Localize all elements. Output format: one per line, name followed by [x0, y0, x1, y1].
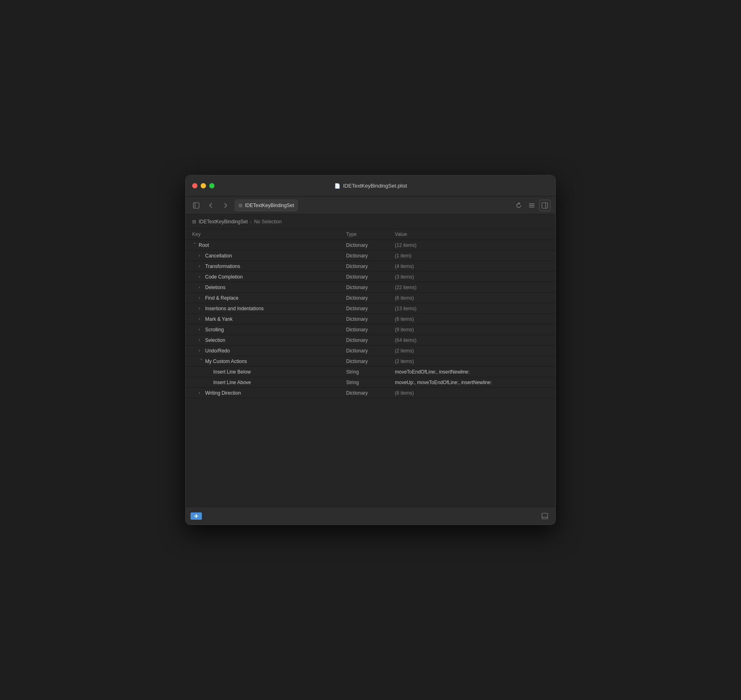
expand-arrow[interactable]: ›	[199, 391, 204, 395]
row-key-label: Cancellation	[205, 253, 232, 259]
table-row[interactable]: Insert Line Below String moveToEndOfLine…	[186, 367, 555, 377]
row-key-label: Insertions and Indentations	[205, 306, 264, 311]
row-key-label: Insert Line Above	[213, 380, 251, 385]
table-header: Key Type Value	[186, 229, 555, 240]
table-row[interactable]: › Deletions Dictionary (22 items)	[186, 282, 555, 293]
collapse-arrow[interactable]: ›	[199, 359, 204, 364]
table-row[interactable]: › Undo/Redo Dictionary (2 items)	[186, 346, 555, 356]
row-value-deletions: (22 items)	[395, 285, 549, 290]
expand-arrow[interactable]: ›	[199, 296, 204, 300]
table-row[interactable]: › Root Dictionary (12 items)	[186, 240, 555, 251]
row-type-deletions: Dictionary	[346, 285, 395, 290]
row-type-transformations: Dictionary	[346, 264, 395, 269]
bottom-right	[539, 510, 550, 522]
expand-arrow[interactable]: ›	[199, 338, 204, 342]
table-row[interactable]: › Scrolling Dictionary (9 items)	[186, 324, 555, 335]
expand-arrow[interactable]: ›	[199, 285, 204, 290]
window: 📄 IDETextKeyBindingSet.plist ⊞ IDETextKe…	[185, 175, 556, 525]
row-type-scrolling: Dictionary	[346, 327, 395, 333]
expand-arrow[interactable]: ›	[199, 306, 204, 311]
traffic-lights	[192, 183, 214, 188]
breadcrumb-separator: ›	[250, 219, 252, 224]
minimize-button[interactable]	[201, 183, 206, 188]
list-view-button[interactable]	[526, 200, 537, 211]
row-key-mark-yank: › Mark & Yank	[192, 316, 346, 322]
file-tab[interactable]: ⊞ IDETextKeyBindingSet	[234, 199, 298, 212]
table-row[interactable]: › Writing Direction Dictionary (6 items)	[186, 388, 555, 398]
row-key-root: › Root	[192, 242, 346, 248]
toolbar-right	[513, 200, 550, 211]
expand-arrow[interactable]: ›	[199, 253, 204, 258]
svg-rect-8	[194, 516, 198, 516]
breadcrumb-current: No Selection	[254, 219, 282, 225]
svg-rect-0	[193, 203, 199, 208]
sidebar-toggle-button[interactable]	[191, 200, 202, 211]
row-type-find-replace: Dictionary	[346, 295, 395, 301]
col-header-type: Type	[346, 231, 395, 237]
svg-rect-9	[542, 513, 548, 519]
table-row[interactable]: › Transformations Dictionary (4 items)	[186, 261, 555, 272]
row-key-deletions: › Deletions	[192, 285, 346, 290]
row-value-insertions: (13 items)	[395, 306, 549, 311]
expand-arrow[interactable]: ›	[199, 348, 204, 353]
breadcrumb-icon: ⊞	[192, 219, 196, 225]
add-item-button[interactable]	[191, 512, 202, 520]
forward-icon	[222, 202, 229, 209]
row-key-code-completion: › Code Completion	[192, 274, 346, 280]
row-key-insertions: › Insertions and Indentations	[192, 306, 346, 311]
back-button[interactable]	[205, 200, 217, 211]
forward-button[interactable]	[220, 200, 231, 211]
row-key-undo-redo: › Undo/Redo	[192, 348, 346, 354]
table-row[interactable]: › Find & Replace Dictionary (6 items)	[186, 293, 555, 303]
row-key-transformations: › Transformations	[192, 264, 346, 269]
row-key-label: Code Completion	[205, 274, 243, 280]
refresh-button[interactable]	[513, 200, 524, 211]
table-row[interactable]: › My Custom Actions Dictionary (2 items)	[186, 356, 555, 367]
expand-arrow[interactable]: ›	[199, 317, 204, 321]
row-key-label: Root	[199, 242, 209, 248]
row-type-selection: Dictionary	[346, 337, 395, 343]
row-key-label: Insert Line Below	[213, 369, 251, 375]
tab-file-icon: ⊞	[238, 203, 243, 208]
maximize-button[interactable]	[209, 183, 214, 188]
row-type-my-custom-actions: Dictionary	[346, 359, 395, 364]
bottom-panel-button[interactable]	[539, 510, 550, 522]
row-key-label: Transformations	[205, 264, 240, 269]
row-key-selection: › Selection	[192, 337, 346, 343]
table-row[interactable]: › Mark & Yank Dictionary (6 items)	[186, 314, 555, 324]
row-value-insert-line-below: moveToEndOfLine:, insertNewline:	[395, 369, 549, 375]
panel-button[interactable]	[539, 200, 550, 211]
row-value-code-completion: (3 items)	[395, 274, 549, 280]
row-key-my-custom-actions: › My Custom Actions	[192, 359, 346, 364]
row-type-root: Dictionary	[346, 242, 395, 248]
table-row[interactable]: › Selection Dictionary (64 items)	[186, 335, 555, 346]
row-key-label: Undo/Redo	[205, 348, 230, 354]
row-key-cancellation: › Cancellation	[192, 253, 346, 259]
close-button[interactable]	[192, 183, 197, 188]
table-row[interactable]: Insert Line Above String moveUp:, moveTo…	[186, 377, 555, 388]
row-value-mark-yank: (6 items)	[395, 316, 549, 322]
table-body: › Root Dictionary (12 items) › Cancellat…	[186, 240, 555, 507]
row-value-find-replace: (6 items)	[395, 295, 549, 301]
breadcrumb: ⊞ IDETextKeyBindingSet › No Selection	[186, 214, 555, 229]
list-icon	[529, 202, 535, 209]
table-row[interactable]: › Insertions and Indentations Dictionary…	[186, 303, 555, 314]
expand-arrow[interactable]: ›	[199, 264, 204, 268]
row-value-writing-direction: (6 items)	[395, 390, 549, 396]
row-key-scrolling: › Scrolling	[192, 327, 346, 333]
table-row[interactable]: › Code Completion Dictionary (3 items)	[186, 272, 555, 282]
breadcrumb-root[interactable]: IDETextKeyBindingSet	[199, 219, 248, 225]
collapse-arrow[interactable]: ›	[193, 243, 197, 248]
plus-icon	[194, 514, 199, 519]
expand-arrow[interactable]: ›	[199, 274, 204, 279]
row-type-cancellation: Dictionary	[346, 253, 395, 259]
toolbar: ⊞ IDETextKeyBindingSet	[186, 197, 555, 214]
col-header-key: Key	[192, 231, 346, 237]
row-value-scrolling: (9 items)	[395, 327, 549, 333]
row-type-writing-direction: Dictionary	[346, 390, 395, 396]
row-value-selection: (64 items)	[395, 337, 549, 343]
row-key-insert-line-below: Insert Line Below	[192, 369, 346, 375]
table-row[interactable]: › Cancellation Dictionary (1 item)	[186, 251, 555, 261]
expand-arrow[interactable]: ›	[199, 327, 204, 332]
row-value-cancellation: (1 item)	[395, 253, 549, 259]
